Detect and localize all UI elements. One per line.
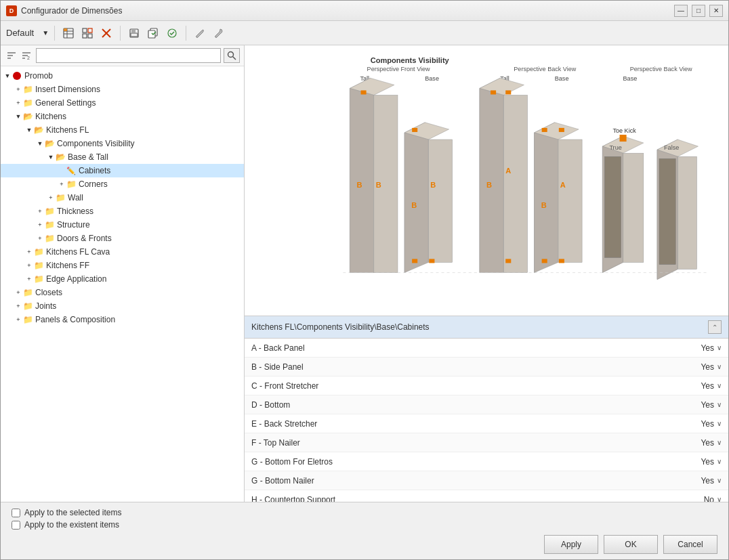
toolbar-label: Default [6,28,34,38]
bottom-buttons: Apply OK Cancel [12,535,717,554]
tree-toggle-insert-dimensions[interactable]: + [14,85,22,93]
tree-item-insert-dimensions[interactable]: + 📁 Insert Dimensions [1,83,244,96]
tree-toggle-thickness[interactable]: + [36,207,44,215]
tree-toggle-kitchens-fl[interactable]: ▼ [25,126,33,134]
ok-button[interactable]: OK [604,535,658,554]
svg-rect-7 [83,34,87,38]
screwdriver-button[interactable] [211,25,227,41]
property-dropdown-7[interactable]: ∨ [717,477,722,484]
tree-icon-cabinets: ✏️ [66,165,77,176]
tree-toggle-kitchens[interactable]: ▼ [14,112,22,121]
tree-item-wall[interactable]: + 📁 Wall [1,191,244,204]
property-value-5: Yes [701,438,714,448]
delete-button[interactable] [98,25,114,41]
save-button[interactable] [126,25,142,41]
copy-button[interactable] [145,25,161,41]
tree-toggle-components-visibility[interactable]: ▼ [36,139,44,148]
property-value-container-7: Yes ∨ [667,476,722,486]
close-button[interactable]: ✕ [709,5,723,17]
property-dropdown-4[interactable]: ∨ [717,420,722,427]
apply-existent-checkbox[interactable] [12,521,20,530]
tree-label-components-visibility: Components Visibility [57,139,135,148]
svg-rect-57 [491,90,496,94]
tree-icon-doors-fronts: 📁 [44,233,55,244]
tree-item-joints[interactable]: + 📁 Joints [1,299,244,313]
svg-rect-81 [620,135,627,142]
tree-item-kitchens-fl-cava[interactable]: + 📁 Kitchens FL Cava [1,245,244,259]
search-input[interactable] [36,48,221,63]
tree-toggle-corners[interactable]: + [58,180,66,188]
grid-view-button[interactable] [79,25,96,41]
tree-view: ▼ Promob + 📁 Insert Dimensions + 📁 Gene [1,66,244,502]
search-button[interactable] [224,48,240,63]
maximize-button[interactable]: □ [692,5,705,17]
tree-item-closets[interactable]: + 📁 Closets [1,286,244,299]
svg-text:B: B [430,181,436,189]
tree-item-kitchens[interactable]: ▼ 📂 Kitchens [1,110,244,123]
property-dropdown-1[interactable]: ∨ [717,363,722,370]
tree-label-general-settings: General Settings [35,98,96,108]
toolbar-dropdown[interactable]: ▼ [42,29,49,37]
sort-icon-2[interactable]: 2 [20,49,33,62]
property-dropdown-8[interactable]: ∨ [717,496,722,502]
tree-toggle-joints[interactable]: + [14,302,22,310]
tree-item-thickness[interactable]: + 📁 Thickness [1,204,244,218]
svg-rect-58 [505,90,511,94]
svg-point-24 [228,52,234,58]
svg-text:B: B [411,201,417,209]
tree-item-cabinets[interactable]: + ✏️ Cabinets [1,164,244,177]
apply-selected-checkbox[interactable] [12,509,20,517]
svg-rect-66 [542,128,547,132]
property-value-container-1: Yes ∨ [667,362,722,372]
tree-icon-edge-application: 📁 [33,274,44,284]
property-name-1: B - Side Panel [251,362,667,372]
tree-toggle-wall[interactable]: + [47,194,55,202]
tree-item-base-tall[interactable]: ▼ 📂 Base & Tall [1,150,244,164]
tree-item-components-visibility[interactable]: ▼ 📂 Components Visibility [1,137,244,150]
property-value-0: Yes [701,343,714,353]
tree-item-promob[interactable]: ▼ Promob [1,69,244,83]
table-view-button[interactable] [60,25,77,41]
bottom-bar: Apply to the selected items Apply to the… [1,502,728,559]
svg-rect-68 [542,259,547,263]
tree-item-kitchens-fl[interactable]: ▼ 📂 Kitchens FL [1,123,244,137]
tree-item-structure[interactable]: + 📁 Structure [1,218,244,232]
collapse-icon: ⌃ [712,324,717,331]
tree-item-kitchens-ff[interactable]: + 📁 Kitchens FF [1,259,244,272]
tree-item-edge-application[interactable]: + 📁 Edge Application [1,272,244,286]
property-value-container-3: Yes ∨ [667,400,722,410]
apply-button[interactable]: Apply [544,535,598,554]
tree-item-doors-fronts[interactable]: + 📁 Doors & Fronts [1,232,244,245]
property-dropdown-0[interactable]: ∨ [717,344,722,351]
property-row: C - Front Stretcher Yes ∨ [245,376,728,395]
tree-toggle-kitchens-ff[interactable]: + [25,261,33,270]
tree-item-panels-composition[interactable]: + 📁 Panels & Composition [1,313,244,326]
property-dropdown-3[interactable]: ∨ [717,401,722,408]
tree-item-general-settings[interactable]: + 📁 General Settings [1,96,244,110]
property-dropdown-6[interactable]: ∨ [717,458,722,465]
tree-toggle-base-tall[interactable]: ▼ [47,153,55,161]
property-value-container-2: Yes ∨ [667,381,722,391]
tree-toggle-closets[interactable]: + [14,288,22,297]
tree-toggle-general-settings[interactable]: + [14,99,22,107]
tree-label-thickness: Thickness [57,207,93,216]
properties-panel: Kitchens FL\Components Visibility\Base\C… [245,316,728,502]
check-button[interactable] [164,25,180,41]
tree-item-corners[interactable]: + 📁 Corners [1,177,244,191]
tree-toggle-kitchens-fl-cava[interactable]: + [25,248,33,256]
tree-toggle-promob[interactable]: ▼ [3,72,12,80]
property-dropdown-2[interactable]: ∨ [717,382,722,389]
property-dropdown-5[interactable]: ∨ [717,439,722,446]
wrench-button[interactable] [192,25,208,41]
svg-text:Components Visibility: Components Visibility [371,56,450,64]
tree-toggle-doors-fronts[interactable]: + [36,234,44,242]
property-row: F - Top Nailer Yes ∨ [245,433,728,452]
tree-toggle-structure[interactable]: + [36,221,44,229]
minimize-button[interactable]: — [674,5,688,17]
tree-label-cabinets: Cabinets [79,166,110,175]
tree-toggle-edge-application[interactable]: + [25,275,33,283]
cancel-button[interactable]: Cancel [663,535,717,554]
tree-toggle-panels-composition[interactable]: + [14,316,22,324]
sort-icon-1[interactable] [5,49,18,62]
collapse-button[interactable]: ⌃ [708,320,722,334]
